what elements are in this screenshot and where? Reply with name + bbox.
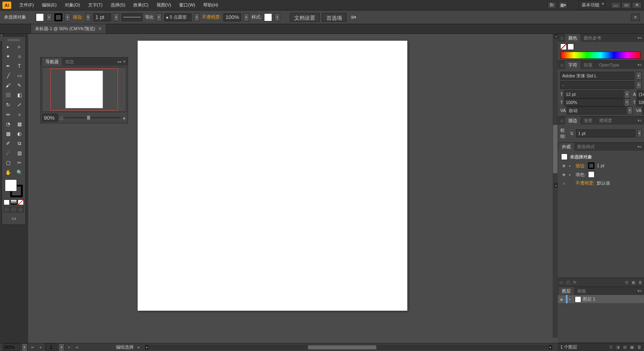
font-size-input[interactable] bbox=[564, 90, 623, 98]
toolbox-grip[interactable] bbox=[3, 37, 25, 42]
stroke-label[interactable]: 描边: bbox=[73, 14, 83, 20]
close-button[interactable]: ✕ bbox=[632, 2, 642, 8]
last-artboard-icon[interactable]: ▸| bbox=[74, 345, 80, 350]
vscale-dd[interactable]: ▾ bbox=[624, 98, 630, 106]
navigator-zoom-input[interactable] bbox=[42, 114, 58, 122]
perspective-tool[interactable]: ▦ bbox=[14, 120, 25, 129]
color-tab[interactable]: 颜色 bbox=[565, 34, 580, 42]
lasso-tool[interactable]: ⍉ bbox=[14, 52, 25, 61]
mask-icon[interactable]: ◑ bbox=[616, 345, 620, 350]
artboard[interactable] bbox=[138, 41, 407, 311]
tracking-input[interactable] bbox=[642, 106, 644, 114]
style-swatch[interactable] bbox=[264, 13, 272, 21]
appear-stroke-label[interactable]: 描边: bbox=[576, 163, 586, 169]
menu-edit[interactable]: 编辑(E) bbox=[38, 1, 61, 9]
menu-view[interactable]: 视图(V) bbox=[153, 1, 175, 9]
stroke-menu-icon[interactable]: ▾≡ bbox=[632, 118, 644, 123]
font-family-input[interactable] bbox=[560, 72, 634, 80]
maximize-button[interactable]: ▭ bbox=[621, 2, 631, 8]
appear-opacity-label[interactable]: 不透明度: bbox=[576, 180, 594, 186]
selection-tool[interactable]: ▸ bbox=[3, 42, 13, 51]
prefs-button[interactable]: 首选项 bbox=[322, 13, 347, 22]
draw-normal[interactable] bbox=[4, 207, 10, 212]
style-dd[interactable]: ▾ bbox=[275, 13, 280, 21]
draw-behind[interactable] bbox=[10, 207, 17, 212]
opacity-label[interactable]: 不透明度: bbox=[202, 14, 221, 20]
layer-target-icon[interactable]: ○ bbox=[641, 297, 643, 301]
menu-window[interactable]: 窗口(W) bbox=[175, 1, 199, 9]
collapse-icon[interactable]: ◂◂ bbox=[117, 60, 121, 64]
artboards-tab[interactable]: 画板 bbox=[574, 287, 589, 295]
color-mode[interactable] bbox=[4, 199, 10, 205]
opacity-input[interactable] bbox=[223, 13, 241, 21]
menu-effect[interactable]: 效果(C) bbox=[129, 1, 152, 9]
char-menu-icon[interactable]: ▾≡ bbox=[632, 63, 644, 67]
type-tool[interactable]: T bbox=[14, 62, 25, 71]
appear-fill-label[interactable]: 填色: bbox=[576, 172, 586, 178]
duplicate-icon[interactable]: ▣ bbox=[632, 280, 635, 285]
zoom-out-icon[interactable]: △ bbox=[60, 115, 63, 120]
artboard-dd[interactable]: ▾ bbox=[59, 343, 64, 351]
stroke-sync[interactable]: ⇅ bbox=[85, 13, 91, 21]
graph-tool[interactable]: ▥ bbox=[14, 149, 25, 158]
weight-input[interactable] bbox=[576, 129, 636, 137]
rotate-tool[interactable]: ↻ bbox=[3, 100, 13, 109]
weight-dd[interactable]: ▾ bbox=[637, 129, 642, 137]
paintbrush-tool[interactable]: 🖌 bbox=[3, 81, 13, 90]
none-mode[interactable] bbox=[18, 199, 24, 205]
navigator-header[interactable]: 导航器 信息 ◂◂✕ bbox=[41, 58, 128, 66]
white-swatch[interactable] bbox=[568, 44, 574, 50]
gradient-mode[interactable] bbox=[10, 199, 17, 205]
font-style-input[interactable] bbox=[560, 81, 634, 89]
next-artboard-icon[interactable]: ▸ bbox=[66, 345, 72, 350]
draw-inside[interactable] bbox=[18, 207, 24, 212]
fill-stroke-swatches[interactable] bbox=[5, 179, 23, 197]
slice-tool[interactable]: ✂ bbox=[14, 158, 25, 167]
blob-brush-tool[interactable]: ⛆ bbox=[3, 91, 13, 100]
prev-artboard-icon[interactable]: ◂ bbox=[37, 345, 43, 350]
panel-close-icon[interactable]: ✕ bbox=[123, 60, 126, 64]
stroke-profile[interactable] bbox=[122, 13, 142, 21]
mesh-tool[interactable]: ▩ bbox=[3, 129, 13, 138]
locate-icon[interactable]: ⎘ bbox=[610, 345, 613, 350]
first-artboard-icon[interactable]: |◂ bbox=[29, 345, 35, 350]
symbol-sprayer-tool[interactable]: ☄ bbox=[3, 149, 13, 158]
menu-text[interactable]: 文字(T) bbox=[84, 1, 107, 9]
paragraph-tab[interactable]: 段落 bbox=[580, 61, 596, 69]
arrange-button[interactable]: ▦▾ bbox=[559, 2, 568, 9]
rectangle-tool[interactable]: ▭ bbox=[14, 71, 25, 80]
style-dd2[interactable]: ▾ bbox=[636, 81, 642, 89]
menu-select[interactable]: 选择(S) bbox=[107, 1, 130, 9]
fill-dd[interactable]: ▾ bbox=[46, 13, 52, 21]
fx-icon[interactable]: fx. bbox=[573, 280, 578, 285]
stroke-tab[interactable]: 描边 bbox=[565, 116, 580, 125]
width-tool[interactable]: ⇔ bbox=[3, 110, 13, 119]
graphicstyle-tab[interactable]: 图形样式 bbox=[574, 143, 598, 151]
direct-select-tool[interactable]: ▹ bbox=[14, 42, 25, 51]
menu-help[interactable]: 帮助(H) bbox=[199, 1, 222, 9]
menu-file[interactable]: 文件(F) bbox=[15, 1, 38, 9]
hscale-input[interactable] bbox=[636, 98, 644, 106]
appearance-tab[interactable]: 外观 bbox=[559, 143, 574, 151]
color-menu-icon[interactable]: ▾≡ bbox=[632, 36, 644, 40]
doc-setup-button[interactable]: 文档设置 bbox=[290, 13, 320, 22]
minimize-button[interactable]: — bbox=[611, 2, 621, 8]
blend-tool[interactable]: ⧉ bbox=[14, 139, 25, 148]
new-fill-icon[interactable]: ▢ bbox=[566, 280, 570, 285]
layer-name[interactable]: 图层 1 bbox=[583, 296, 595, 302]
artboard-number-input[interactable] bbox=[45, 343, 57, 351]
opentype-tab[interactable]: OpenType bbox=[596, 61, 623, 69]
expand-icon[interactable]: ▸ bbox=[569, 173, 573, 177]
line-tool[interactable]: ╱ bbox=[3, 71, 13, 80]
opacity-dd[interactable]: ▾ bbox=[244, 13, 249, 21]
menu-object[interactable]: 对象(O) bbox=[61, 1, 84, 9]
trash-icon[interactable]: 🗑 bbox=[637, 345, 642, 350]
eraser-tool[interactable]: ◧ bbox=[14, 91, 25, 100]
delete-icon[interactable]: 🗑 bbox=[638, 280, 642, 285]
horizontal-scrollbar[interactable]: ◂ ▸ bbox=[145, 345, 552, 350]
stroke-dd[interactable]: ▾ bbox=[65, 13, 70, 21]
info-tab[interactable]: 信息 bbox=[62, 58, 77, 66]
bridge-button[interactable]: Br bbox=[547, 2, 556, 9]
workspace-dropdown[interactable]: 基本功能 bbox=[578, 0, 605, 10]
gradient-tab[interactable]: 渐变 bbox=[580, 116, 596, 125]
